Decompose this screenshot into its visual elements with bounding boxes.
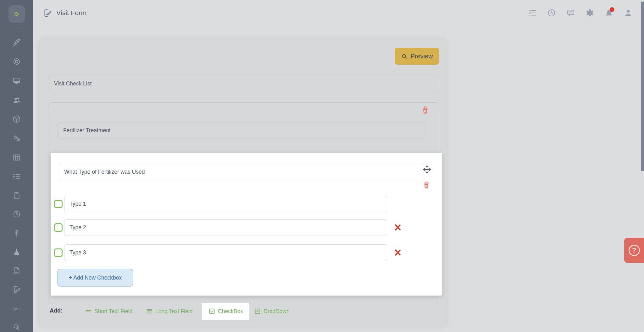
long-text-icon (146, 308, 153, 315)
history-button[interactable] (547, 8, 556, 17)
form-edit-icon (13, 286, 21, 294)
option-checkbox[interactable] (54, 248, 63, 257)
scrollbar-thumb[interactable] (641, 2, 644, 171)
sidebar-item-support[interactable] (13, 57, 21, 66)
sidebar-item-checklist[interactable] (13, 172, 21, 181)
double-chevron-right-icon (13, 10, 21, 18)
delete-question-button[interactable] (422, 181, 430, 189)
calendar-icon (13, 153, 21, 161)
add-item-label: DropDown (264, 308, 290, 315)
app-root: Visit Form (0, 0, 644, 332)
remove-option-button[interactable] (394, 248, 402, 257)
sidebar-item-forms[interactable] (13, 286, 21, 294)
settings-button[interactable] (586, 8, 594, 17)
short-text-icon (85, 308, 92, 315)
section-title-input[interactable] (57, 122, 425, 139)
sidebar-item-time[interactable] (13, 210, 21, 218)
option-label-input[interactable] (64, 196, 387, 212)
option-row (51, 219, 442, 236)
x-icon (394, 248, 402, 257)
delete-section-button[interactable] (421, 106, 430, 114)
messages-button[interactable] (566, 8, 575, 17)
remove-option-button[interactable] (394, 223, 402, 231)
form-edit-icon (43, 8, 52, 18)
monitor-icon (13, 77, 21, 85)
sidebar (0, 0, 33, 332)
trash-icon (421, 106, 430, 114)
chat-icon (566, 8, 575, 17)
checklist-icon (13, 172, 21, 181)
add-item-label: Long Text Field (155, 308, 192, 315)
form-title-input[interactable] (48, 75, 439, 92)
user-icon (624, 8, 633, 17)
option-checkbox[interactable] (54, 200, 63, 208)
sidebar-item-lab[interactable] (13, 248, 21, 256)
sidebar-item-services[interactable] (13, 134, 21, 142)
sidebar-item-products[interactable] (13, 115, 21, 123)
add-item-label: CheckBox (218, 308, 243, 315)
checkbox-question-card: + Add New Checkbox (51, 153, 442, 296)
question-label-input[interactable] (59, 164, 424, 180)
question-circle-icon: ? (629, 245, 640, 256)
tasks-button[interactable] (528, 8, 537, 17)
sidebar-item-billing[interactable] (13, 229, 21, 237)
rocket-icon (13, 38, 21, 46)
add-item-label: Short Text Field (94, 308, 132, 315)
add-checkbox-field[interactable]: CheckBox (202, 303, 249, 320)
option-label-input[interactable] (64, 219, 387, 236)
file-icon (13, 267, 21, 275)
help-button[interactable]: ? (624, 238, 644, 263)
trash-icon (422, 181, 430, 189)
drag-question-handle[interactable] (422, 165, 432, 174)
option-checkbox[interactable] (54, 223, 63, 232)
sidebar-item-clipboard[interactable] (13, 191, 21, 199)
sidebar-item-rocket[interactable] (13, 38, 21, 46)
flask-icon (13, 248, 21, 256)
package-icon (13, 115, 21, 123)
users-icon (13, 96, 21, 104)
add-field-bar: Add: Short Text Field Long Text Field (39, 303, 447, 320)
notifications-button[interactable] (605, 8, 613, 17)
preview-button[interactable]: Preview (395, 48, 439, 65)
sidebar-item-users[interactable] (13, 96, 21, 104)
gears-icon (13, 134, 21, 142)
preview-button-label: Preview (410, 53, 433, 60)
x-icon (394, 223, 402, 231)
page-title-group: Visit Form (43, 8, 86, 18)
checkbox-checked-icon (208, 308, 215, 315)
sidebar-item-reports[interactable] (13, 304, 21, 313)
page-title: Visit Form (56, 9, 86, 17)
settings-icon (586, 8, 594, 17)
life-buoy-icon (13, 57, 21, 66)
user-menu-button[interactable] (624, 8, 633, 17)
bar-chart-icon (13, 304, 21, 313)
notification-badge (610, 7, 614, 12)
option-row (51, 196, 442, 212)
sidebar-divider (3, 28, 31, 28)
clipboard-icon (13, 191, 21, 199)
search-icon (401, 53, 408, 60)
add-dropdown-field[interactable]: DropDown (250, 303, 294, 320)
move-icon (422, 165, 432, 174)
add-long-text-field[interactable]: Long Text Field (142, 303, 197, 320)
form-builder-panel: Preview (39, 39, 447, 327)
add-bar-label: Add: (50, 308, 63, 314)
sidebar-item-documents[interactable] (13, 267, 21, 275)
top-bar: Visit Form (33, 0, 644, 26)
sidebar-item-messages[interactable] (13, 323, 21, 331)
clock-icon (547, 8, 556, 17)
top-actions (528, 0, 633, 26)
dollar-icon (13, 229, 21, 237)
sidebar-item-desktop[interactable] (13, 77, 21, 85)
add-new-checkbox-button[interactable]: + Add New Checkbox (58, 269, 133, 286)
clock-icon (13, 210, 21, 218)
sidebar-expand-button[interactable] (8, 5, 25, 23)
option-label-input[interactable] (64, 244, 387, 261)
dropdown-icon (254, 308, 261, 315)
option-row (51, 244, 442, 261)
tasks-icon (528, 8, 537, 17)
sidebar-item-calendar[interactable] (13, 153, 21, 161)
chat-icon (13, 323, 21, 331)
add-short-text-field[interactable]: Short Text Field (80, 303, 137, 320)
